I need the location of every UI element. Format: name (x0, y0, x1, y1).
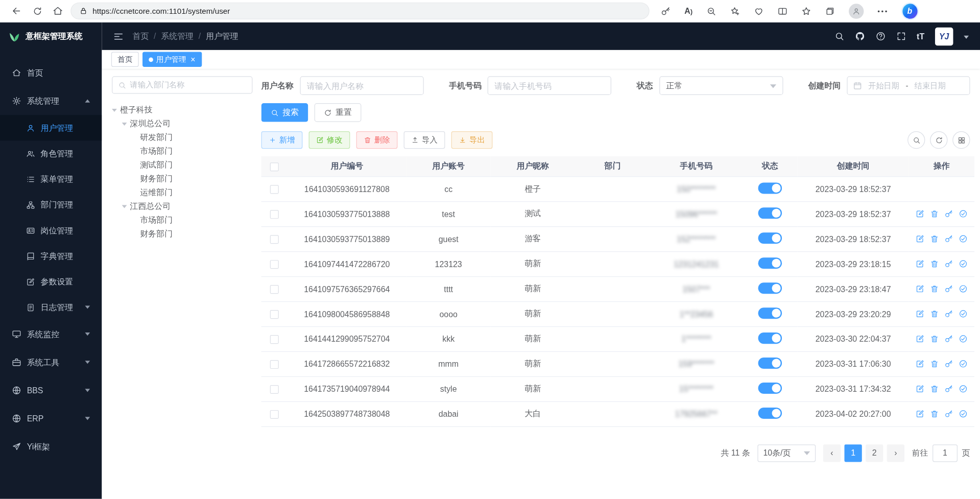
tree-node[interactable]: 测试部门 (112, 158, 252, 172)
reset-password-icon[interactable] (944, 234, 953, 243)
reset-password-icon[interactable] (944, 284, 953, 293)
read-aloud-icon[interactable]: A) (684, 6, 692, 15)
row-checkbox[interactable] (270, 235, 279, 244)
zoom-out-icon[interactable] (706, 6, 716, 16)
row-checkbox[interactable] (270, 260, 279, 269)
tree-node[interactable]: 研发部门 (112, 131, 252, 145)
sidebar-item-dictionary-management[interactable]: 字典管理 (0, 243, 102, 269)
browser-menu-icon[interactable]: ••• (877, 7, 888, 15)
sidebar-item-system-tools[interactable]: 系统工具 (0, 348, 102, 376)
column-settings-button[interactable] (952, 131, 970, 149)
status-select[interactable]: 正常 (659, 76, 783, 95)
tree-node[interactable]: 运维部门 (112, 185, 252, 199)
row-checkbox[interactable] (270, 285, 279, 294)
sidebar-item-user-management[interactable]: 用户管理 (0, 115, 102, 140)
sidebar-item-system-monitor[interactable]: 系统监控 (0, 320, 102, 348)
delete-user-icon[interactable] (930, 234, 939, 243)
fullscreen-icon[interactable] (896, 31, 906, 41)
browser-home-button[interactable] (47, 2, 68, 20)
status-toggle[interactable] (758, 332, 782, 344)
split-screen-icon[interactable] (778, 6, 788, 16)
sidebar-item-department-management[interactable]: 部门管理 (0, 192, 102, 218)
edit-user-icon[interactable] (916, 284, 924, 293)
caret-down-icon[interactable] (122, 205, 127, 210)
add-button[interactable]: 新增 (261, 131, 303, 149)
assign-role-icon[interactable] (959, 310, 967, 318)
sidebar-item-parameter-settings[interactable]: 参数设置 (0, 269, 102, 294)
row-checkbox[interactable] (270, 210, 279, 219)
row-checkbox[interactable] (270, 410, 279, 419)
tab-home[interactable]: 首页 (111, 52, 139, 67)
search-button[interactable]: 搜索 (261, 103, 308, 122)
select-all-checkbox[interactable] (270, 162, 279, 171)
phone-input[interactable] (488, 76, 611, 95)
reset-password-icon[interactable] (944, 410, 953, 418)
row-checkbox[interactable] (270, 360, 279, 369)
favorites-icon[interactable] (801, 6, 811, 16)
status-toggle[interactable] (758, 232, 782, 244)
browser-refresh-button[interactable] (27, 2, 47, 20)
edit-user-icon[interactable] (916, 209, 924, 218)
address-bar[interactable]: https://ccnetcore.com:1101/system/user (70, 3, 649, 19)
tree-node[interactable]: 财务部门 (112, 227, 252, 241)
username-input[interactable] (300, 76, 423, 95)
toggle-search-button[interactable] (907, 131, 925, 149)
status-toggle[interactable] (758, 307, 782, 319)
edit-user-icon[interactable] (916, 310, 924, 318)
sidebar-item-bbs[interactable]: BBS (0, 376, 102, 405)
reset-password-icon[interactable] (944, 335, 953, 343)
row-checkbox[interactable] (270, 310, 279, 319)
assign-role-icon[interactable] (959, 335, 967, 343)
page-button-1[interactable]: 1 (844, 444, 862, 462)
row-checkbox[interactable] (270, 185, 279, 194)
prev-page-button[interactable]: ‹ (823, 444, 841, 462)
edit-user-icon[interactable] (916, 410, 924, 418)
reset-password-icon[interactable] (944, 310, 953, 318)
reset-password-icon[interactable] (944, 385, 953, 393)
reset-password-icon[interactable] (944, 259, 953, 268)
browser-essentials-icon[interactable] (754, 6, 764, 16)
reset-password-icon[interactable] (944, 209, 953, 218)
status-toggle[interactable] (758, 407, 782, 418)
sidebar-item-erp[interactable]: ERP (0, 405, 102, 433)
tab-close-icon[interactable]: × (190, 55, 195, 63)
assign-role-icon[interactable] (959, 234, 967, 243)
edit-user-icon[interactable] (916, 385, 924, 393)
status-toggle[interactable] (758, 382, 782, 393)
status-toggle[interactable] (758, 182, 782, 194)
github-icon[interactable] (855, 31, 865, 41)
add-favorite-icon[interactable] (730, 6, 740, 16)
chevron-down-icon[interactable] (964, 35, 969, 41)
help-icon[interactable] (875, 31, 886, 41)
tree-node[interactable]: 市场部门 (112, 213, 252, 227)
status-toggle[interactable] (758, 257, 782, 269)
breadcrumb-item[interactable]: 系统管理 (161, 31, 201, 42)
reset-button[interactable]: 重置 (315, 103, 362, 122)
delete-button[interactable]: 删除 (356, 131, 398, 149)
tree-node[interactable]: 深圳总公司 (112, 117, 252, 131)
status-toggle[interactable] (758, 357, 782, 368)
copilot-icon[interactable]: b (902, 4, 917, 18)
browser-profile-avatar[interactable] (849, 4, 864, 18)
user-avatar[interactable]: YJ (935, 27, 953, 45)
status-toggle[interactable] (758, 282, 782, 294)
sidebar-item-role-management[interactable]: 角色管理 (0, 140, 102, 166)
assign-role-icon[interactable] (959, 259, 967, 268)
password-key-icon[interactable] (661, 6, 671, 16)
row-checkbox[interactable] (270, 335, 279, 344)
collections-icon[interactable] (825, 6, 835, 16)
tree-node[interactable]: 橙子科技 (112, 103, 252, 117)
tree-node[interactable]: 财务部门 (112, 172, 252, 186)
delete-user-icon[interactable] (930, 284, 939, 293)
delete-user-icon[interactable] (930, 209, 939, 218)
delete-user-icon[interactable] (930, 385, 939, 393)
page-button-2[interactable]: 2 (866, 444, 883, 462)
sidebar-item-menu-management[interactable]: 菜单管理 (0, 167, 102, 192)
edit-user-icon[interactable] (916, 335, 924, 343)
tree-node[interactable]: 市场部门 (112, 145, 252, 158)
assign-role-icon[interactable] (959, 284, 967, 293)
next-page-button[interactable]: › (887, 444, 904, 462)
breadcrumb-item[interactable]: 首页 (132, 31, 156, 42)
delete-user-icon[interactable] (930, 259, 939, 268)
browser-back-button[interactable] (6, 2, 27, 20)
